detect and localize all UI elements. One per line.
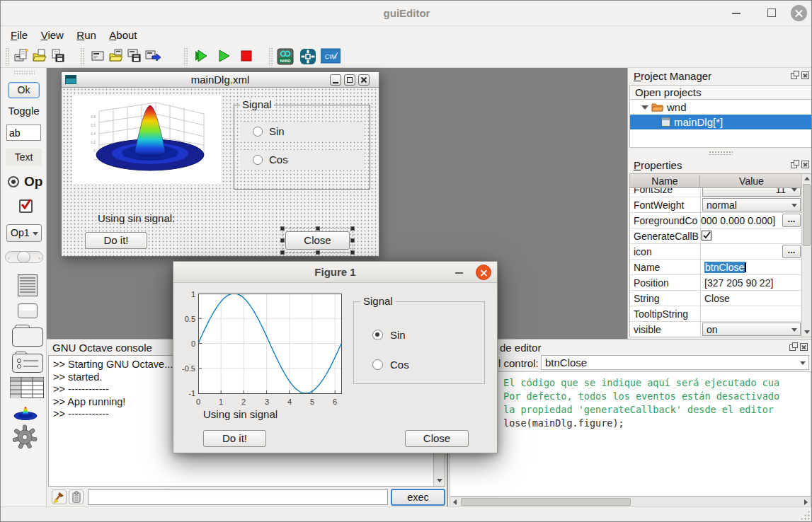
designer-titlebar[interactable]: mainDlg.xml [62, 72, 379, 88]
palette-radiobutton-widget[interactable]: Op [8, 174, 47, 190]
export-form-icon[interactable] [144, 47, 163, 66]
palette-axes-widget[interactable] [13, 405, 38, 424]
run-alt-icon[interactable] [192, 47, 211, 66]
close-icon[interactable] [791, 5, 807, 21]
code-area[interactable]: El código que se indique aquí será ejecu… [450, 371, 811, 497]
scroll-down-icon[interactable] [804, 330, 810, 334]
control-selector-combo[interactable]: btnClose [541, 355, 809, 370]
scroll-down-icon[interactable] [437, 479, 442, 482]
minimize-icon[interactable] [732, 13, 740, 14]
palette-pushbutton-widget[interactable]: Ok [8, 82, 40, 98]
table-row[interactable]: ForegroundCo 000 0.000 0.000]... [630, 213, 802, 228]
clear-console-button[interactable] [52, 489, 67, 504]
designer-close-button[interactable]: Close [285, 231, 350, 250]
designer-axes-widget[interactable]: 0.80.60.40.20 [72, 95, 221, 185]
figure-doit-button[interactable]: Do it! [203, 430, 266, 447]
arduino-nano-icon[interactable]: NANO [275, 47, 295, 66]
palette-checkbox-widget[interactable] [19, 199, 33, 213]
menu-file[interactable]: File [11, 29, 28, 41]
palette-button-widget[interactable] [18, 303, 38, 321]
close-icon[interactable] [358, 74, 370, 86]
float-panel-icon[interactable] [791, 162, 797, 168]
palette-panel-widget[interactable] [12, 325, 43, 349]
tree-folder-row[interactable]: wnd [630, 100, 811, 115]
exec-button[interactable]: exec [391, 489, 445, 506]
save-form-icon[interactable] [125, 47, 144, 66]
browse-button[interactable]: ... [782, 245, 801, 258]
table-row[interactable]: Name btnClose [630, 260, 802, 275]
designer-signal-group[interactable]: Signal Sin Cos [234, 105, 370, 190]
cos-radio[interactable] [372, 359, 383, 370]
close-panel-icon[interactable] [801, 71, 809, 79]
column-value[interactable]: Value [701, 175, 802, 187]
maximize-icon[interactable] [767, 8, 776, 17]
new-form-icon[interactable] [88, 47, 108, 66]
generatecallback-checkbox[interactable] [702, 231, 711, 240]
designer-canvas[interactable]: 0.80.60.40.20 Signal Sin Cos [62, 88, 378, 256]
run-icon[interactable] [215, 47, 234, 66]
splitter-handle[interactable] [709, 151, 733, 155]
table-row[interactable]: FontWeight normal [630, 197, 802, 213]
scrollbar-thumb[interactable] [803, 184, 811, 246]
close-panel-icon[interactable] [801, 161, 809, 168]
tree-item-label[interactable]: mainDlg[*] [674, 116, 723, 128]
cim-icon[interactable]: CIM [319, 47, 338, 66]
designer-close-button-selection[interactable]: Close [282, 228, 353, 253]
open-project-icon[interactable] [30, 47, 50, 66]
menu-view[interactable]: View [41, 29, 64, 41]
table-row[interactable]: FontSize 11 [630, 188, 802, 197]
scrollbar-thumb[interactable] [461, 498, 631, 506]
scroll-up-icon[interactable] [804, 177, 810, 180]
sin-radio[interactable] [372, 330, 383, 340]
figure-titlebar[interactable]: Figure 1 [173, 262, 497, 283]
resize-grip[interactable] [800, 510, 810, 520]
designer-radio-sin[interactable]: Sin [241, 122, 364, 141]
minimize-icon[interactable] [455, 272, 463, 274]
device-icon[interactable] [298, 47, 317, 66]
palette-table-widget[interactable] [10, 377, 44, 401]
save-project-icon[interactable] [49, 47, 68, 66]
console-command-input[interactable] [88, 489, 388, 505]
palette-edit-widget[interactable] [6, 124, 41, 141]
tree-item-row-selected[interactable]: mainDlg[*] [630, 115, 811, 129]
minimize-icon[interactable] [330, 74, 341, 86]
palette-togglebutton-widget[interactable]: Toggle [1, 105, 47, 117]
stop-icon[interactable] [237, 47, 256, 66]
designer-radio-cos[interactable]: Cos [241, 150, 364, 170]
table-row[interactable]: TooltipString [630, 306, 802, 322]
figure-close-button[interactable]: Close [405, 430, 469, 447]
designer-doit-button[interactable]: Do it! [85, 232, 147, 249]
palette-listbox-widget[interactable] [18, 274, 38, 299]
menu-about[interactable]: About [109, 29, 137, 41]
properties-scrollbar[interactable] [801, 174, 811, 337]
palette-buttongroup-widget[interactable] [12, 352, 43, 376]
new-project-icon[interactable] [12, 47, 31, 66]
palette-label-widget[interactable]: Text [6, 149, 42, 166]
table-row[interactable]: Position [327 205 90 22] [630, 275, 802, 291]
fontweight-combo[interactable]: normal [702, 198, 801, 211]
palette-combobox-widget[interactable]: Op1 [6, 224, 42, 242]
editor-hscrollbar[interactable] [450, 497, 811, 507]
sin-radio-label[interactable]: Sin [390, 329, 406, 341]
name-value-field[interactable]: btnClose [701, 260, 802, 274]
table-row[interactable]: GenerateCallB [630, 228, 802, 244]
copy-console-button[interactable] [69, 489, 84, 504]
maximize-icon[interactable] [344, 74, 355, 86]
scroll-left-icon[interactable] [453, 499, 457, 505]
designer-status-label[interactable]: Using sin signal: [98, 212, 175, 224]
table-row[interactable]: visible on [630, 322, 802, 337]
table-row[interactable]: String Close [630, 291, 802, 306]
float-panel-icon[interactable] [791, 73, 797, 79]
table-row[interactable]: icon ... [630, 244, 802, 260]
browse-button[interactable]: ... [782, 214, 801, 227]
menu-run[interactable]: Run [76, 29, 96, 41]
palette-gear-widget[interactable] [12, 424, 38, 453]
tree-folder-label[interactable]: wnd [667, 101, 687, 113]
column-name[interactable]: Name [630, 175, 700, 187]
fontsize-combo[interactable]: 11 [702, 188, 801, 197]
tree-expander-icon[interactable] [641, 105, 648, 110]
visible-combo[interactable]: on [702, 323, 801, 336]
cos-radio-label[interactable]: Cos [390, 359, 409, 371]
close-panel-icon[interactable] [800, 343, 808, 351]
palette-slider-widget[interactable]: ‹ › [5, 251, 43, 263]
